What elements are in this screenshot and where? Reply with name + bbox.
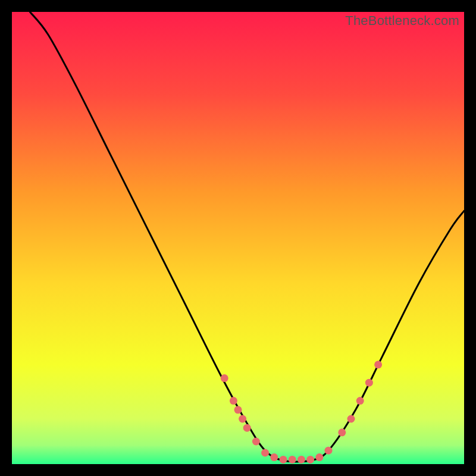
- data-dot: [338, 428, 346, 436]
- data-dot: [289, 456, 296, 464]
- svg-rect-1: [12, 446, 464, 464]
- data-dot: [280, 456, 287, 464]
- data-dot: [315, 453, 323, 461]
- data-dot: [356, 397, 364, 405]
- data-dot: [261, 449, 269, 457]
- data-dot: [374, 361, 382, 368]
- data-dot: [234, 406, 242, 414]
- data-dot: [230, 397, 237, 405]
- data-dot: [347, 415, 355, 423]
- data-dot: [298, 456, 305, 464]
- data-dot: [270, 453, 278, 461]
- data-dot: [243, 424, 251, 432]
- data-dot: [325, 447, 333, 455]
- data-dot: [306, 456, 314, 464]
- data-dot: [221, 374, 228, 382]
- data-dot: [239, 415, 246, 423]
- data-dot: [252, 438, 260, 446]
- svg-rect-0: [12, 12, 464, 464]
- watermark-text: TheBottleneck.com: [345, 13, 459, 29]
- data-dot: [365, 379, 373, 387]
- bottleneck-chart: [12, 12, 464, 464]
- chart-frame: TheBottleneck.com: [12, 12, 464, 464]
